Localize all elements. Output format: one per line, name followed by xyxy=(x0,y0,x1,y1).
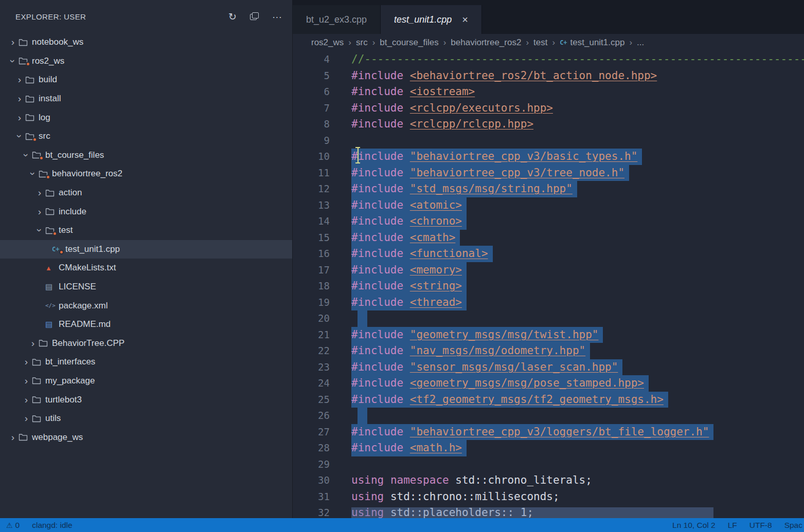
encoding-indicator[interactable]: UTF-8 xyxy=(749,521,772,530)
breadcrumb-item-src[interactable]: src xyxy=(356,38,368,48)
code-line-20[interactable]: 20 xyxy=(293,310,804,327)
chevron-right-icon[interactable]: › xyxy=(7,36,19,48)
tree-item-test[interactable]: ›test xyxy=(0,221,292,240)
code-line-16[interactable]: 16#include <functional> xyxy=(293,246,804,262)
folder-icon xyxy=(32,151,45,159)
tree-item-behaviortree_ros2[interactable]: ›behaviortree_ros2 xyxy=(0,164,292,184)
code-line-5[interactable]: 5#include <behaviortree_ros2/bt_action_n… xyxy=(293,68,804,84)
code-line-29[interactable]: 29 xyxy=(293,456,804,473)
tree-item-package.xml[interactable]: </>package.xml xyxy=(0,296,292,315)
chevron-right-icon[interactable]: › xyxy=(21,375,32,387)
code-line-12[interactable]: 12#include "std_msgs/msg/string.hpp" xyxy=(293,181,804,197)
breadcrumb-item-ros2_ws[interactable]: ros2_ws xyxy=(311,38,344,48)
code-line-28[interactable]: 28#include <math.h> xyxy=(293,440,804,456)
folder-icon xyxy=(32,358,45,366)
more-actions-icon[interactable]: ··· xyxy=(272,12,282,22)
code-line-text: using namespace std::chrono_literals; xyxy=(351,472,592,489)
chevron-right-icon[interactable]: › xyxy=(14,112,25,123)
code-line-27[interactable]: 27#include "behaviortree_cpp_v3/loggers/… xyxy=(293,424,804,441)
token: <rclcpp/executors.hpp> xyxy=(410,102,553,114)
status-label: Ln 10, Col 2 xyxy=(672,521,716,530)
md-file-icon: ▤ xyxy=(45,320,59,329)
code-line-17[interactable]: 17#include <memory> xyxy=(293,262,804,279)
code-editor[interactable]: 4//-------------------------------------… xyxy=(293,51,804,518)
code-line-6[interactable]: 6#include <iostream> xyxy=(293,84,804,100)
breadcrumb-item-...[interactable]: ... xyxy=(637,38,644,48)
tree-item-BehaviorTree.CPP[interactable]: ›BehaviorTree.CPP xyxy=(0,334,292,353)
token xyxy=(403,199,410,211)
line-number: 10 xyxy=(293,149,330,165)
code-line-4[interactable]: 4//-------------------------------------… xyxy=(293,51,804,68)
chevron-right-icon[interactable]: › xyxy=(21,413,32,424)
chevron-down-icon[interactable]: › xyxy=(34,225,45,236)
line-number: 24 xyxy=(293,375,330,392)
breadcrumb-item-behaviortree_ros2[interactable]: behaviortree_ros2 xyxy=(451,38,521,48)
tree-item-turtlebot3[interactable]: ›turtlebot3 xyxy=(0,390,292,409)
tree-item-install[interactable]: ›install xyxy=(0,89,292,108)
code-line-11[interactable]: 11#include "behaviortree_cpp_v3/tree_nod… xyxy=(293,165,804,181)
code-line-21[interactable]: 21#include "geometry_msgs/msg/twist.hpp" xyxy=(293,327,804,343)
eol-indicator[interactable]: LF xyxy=(728,521,737,530)
tree-item-webpage_ws[interactable]: ›webpage_ws xyxy=(0,428,292,447)
code-line-7[interactable]: 7#include <rclcpp/executors.hpp> xyxy=(293,100,804,117)
code-line-25[interactable]: 25#include <tf2_geometry_msgs/tf2_geomet… xyxy=(293,392,804,408)
cursor-position[interactable]: Ln 10, Col 2 xyxy=(672,521,716,530)
code-line-14[interactable]: 14#include <chrono> xyxy=(293,213,804,230)
code-line-9[interactable]: 9 xyxy=(293,133,804,149)
code-line-10[interactable]: 10#include "behaviortree_cpp_v3/basic_ty… xyxy=(293,149,804,165)
tree-item-test_unit1.cpp[interactable]: C+test_unit1.cpp xyxy=(0,240,292,259)
tree-item-my_package[interactable]: ›my_package xyxy=(0,372,292,391)
tree-item-action[interactable]: ›action xyxy=(0,184,292,203)
tree-item-LICENSE[interactable]: ▤LICENSE xyxy=(0,278,292,297)
token xyxy=(403,361,410,373)
code-line-30[interactable]: 30using namespace std::chrono_literals; xyxy=(293,472,804,489)
tree-item-include[interactable]: ›include xyxy=(0,202,292,221)
breadcrumb-item-test[interactable]: test xyxy=(533,38,547,48)
chevron-right-icon[interactable]: › xyxy=(34,187,45,198)
tree-item-log[interactable]: ›log xyxy=(0,108,292,127)
code-line-24[interactable]: 24#include <geometry_msgs/msg/pose_stamp… xyxy=(293,375,804,392)
chevron-down-icon[interactable]: › xyxy=(14,131,25,142)
code-line-8[interactable]: 8#include <rclcpp/rclcpp.hpp> xyxy=(293,116,804,133)
tree-item-build[interactable]: ›build xyxy=(0,70,292,89)
chevron-right-icon[interactable]: › xyxy=(34,206,45,217)
chevron-down-icon[interactable]: › xyxy=(27,168,39,179)
indentation-indicator[interactable]: Spac xyxy=(784,521,802,530)
chevron-right-icon[interactable]: › xyxy=(27,338,39,349)
tree-item-bt_interfaces[interactable]: ›bt_interfaces xyxy=(0,353,292,372)
code-line-13[interactable]: 13#include <atomic> xyxy=(293,197,804,214)
tree-item-CMakeLists.txt[interactable]: ▲CMakeLists.txt xyxy=(0,259,292,278)
refresh-icon[interactable]: ↻ xyxy=(228,12,237,22)
chevron-right-icon[interactable]: › xyxy=(14,93,25,104)
close-icon[interactable]: × xyxy=(462,14,468,25)
chevron-right-icon[interactable]: › xyxy=(21,356,32,368)
tree-item-notebook_ws[interactable]: ›notebook_ws xyxy=(0,33,292,52)
problems-indicator[interactable]: ⚠0 xyxy=(6,521,20,530)
code-line-15[interactable]: 15#include <cmath> xyxy=(293,230,804,246)
clangd-status[interactable]: clangd: idle xyxy=(32,521,72,530)
open-editors-icon[interactable] xyxy=(250,12,259,22)
code-line-18[interactable]: 18#include <string> xyxy=(293,278,804,295)
chevron-down-icon[interactable]: › xyxy=(21,150,32,161)
line-number: 21 xyxy=(293,327,330,343)
code-line-22[interactable]: 22#include "nav_msgs/msg/odometry.hpp" xyxy=(293,343,804,359)
code-line-26[interactable]: 26 xyxy=(293,408,804,424)
tab-bt_u2_ex3.cpp[interactable]: bt_u2_ex3.cpp xyxy=(293,5,381,34)
tree-item-README.md[interactable]: ▤README.md xyxy=(0,315,292,334)
tree-item-ros2_ws[interactable]: ›ros2_ws xyxy=(0,52,292,71)
breadcrumb-item-bt_course_files[interactable]: bt_course_files xyxy=(380,38,438,48)
code-line-23[interactable]: 23#include "sensor_msgs/msg/laser_scan.h… xyxy=(293,359,804,376)
chevron-right-icon[interactable]: › xyxy=(14,74,25,85)
horizontal-scrollbar[interactable] xyxy=(351,507,713,518)
chevron-down-icon[interactable]: › xyxy=(7,56,19,67)
folder-icon xyxy=(25,133,39,140)
code-line-19[interactable]: 19#include <thread> xyxy=(293,295,804,311)
code-line-31[interactable]: 31using std::chrono::milliseconds; xyxy=(293,489,804,505)
tree-item-src[interactable]: ›src xyxy=(0,127,292,146)
tree-item-utils[interactable]: ›utils xyxy=(0,409,292,428)
tab-test_unit1.cpp[interactable]: test_unit1.cpp× xyxy=(381,5,482,34)
chevron-right-icon[interactable]: › xyxy=(21,394,32,406)
tree-item-bt_course_files[interactable]: ›bt_course_files xyxy=(0,146,292,165)
chevron-right-icon[interactable]: › xyxy=(7,432,19,443)
breadcrumb-item-test_unit1.cpp[interactable]: C+test_unit1.cpp xyxy=(560,38,624,48)
